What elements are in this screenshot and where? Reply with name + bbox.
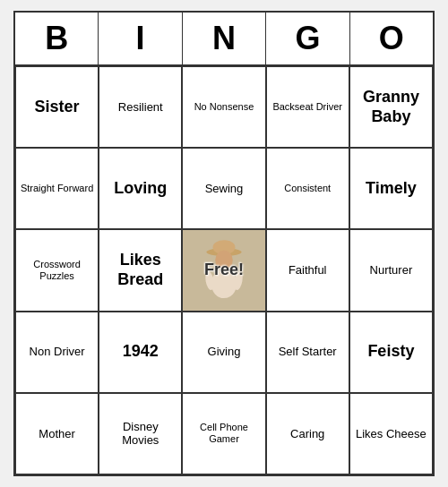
bingo-cell-2: No Nonsense [182,66,265,148]
bingo-letter-g: G [266,13,349,66]
cell-text-24: Likes Cheese [356,427,426,441]
bingo-cell-10: Crossword Puzzles [15,229,99,311]
bingo-cell-7: Sewing [182,148,265,229]
bingo-cell-3: Backseat Driver [266,66,349,148]
bingo-header: BINGO [15,13,433,66]
cell-text-18: Self Starter [279,345,337,359]
bingo-cell-5: Straight Forward [15,148,99,229]
bingo-cell-0: Sister [15,66,99,148]
bingo-cell-9: Timely [349,148,433,229]
cell-text-8: Consistent [284,183,331,194]
cell-text-15: Non Driver [30,345,85,359]
bingo-letter-i: I [99,13,182,66]
cell-text-6: Loving [114,179,167,199]
bingo-cell-8: Consistent [266,148,349,229]
bingo-cell-19: Feisty [349,312,433,393]
bingo-cell-20: Mother [15,393,99,474]
cell-text-11: Likes Bread [103,251,177,289]
bingo-cell-15: Non Driver [15,312,99,393]
bingo-cell-16: 1942 [99,312,182,393]
bingo-cell-6: Loving [99,148,182,229]
bingo-cell-24: Likes Cheese [349,393,433,474]
bingo-card: BINGO SisterResilientNo NonsenseBackseat… [13,11,435,476]
bingo-cell-14: Nurturer [349,229,433,311]
bingo-cell-1: Resilient [99,66,182,148]
cell-text-16: 1942 [123,342,159,362]
cell-text-3: Backseat Driver [272,101,342,113]
cell-text-5: Straight Forward [21,183,93,194]
cell-text-17: Giving [208,345,241,359]
cell-text-0: Sister [35,98,80,117]
cell-text-13: Faithful [289,263,327,278]
bingo-cell-4: Granny Baby [349,66,433,148]
bingo-cell-17: Giving [182,312,265,393]
cell-text-4: Granny Baby [354,88,428,126]
cell-text-1: Resilient [118,100,163,115]
bingo-cell-22: Cell Phone Gamer [182,393,265,474]
bingo-cell-11: Likes Bread [99,229,182,311]
bingo-cell-21: Disney Movies [99,393,182,474]
cell-text-9: Timely [366,179,417,199]
cell-text-14: Nurturer [370,263,413,278]
cell-text-2: No Nonsense [194,101,254,113]
bingo-letter-b: B [15,13,99,66]
cell-text-19: Feisty [367,342,414,362]
bingo-cell-12: Free! [182,229,265,311]
cell-text-22: Cell Phone Gamer [186,422,261,445]
cell-text-23: Caring [290,427,324,441]
bingo-letter-n: N [183,13,266,66]
bingo-letter-o: O [350,13,433,66]
cell-text-20: Mother [39,427,74,441]
cell-text-7: Sewing [205,182,244,196]
bingo-cell-13: Faithful [266,229,349,311]
bingo-grid: SisterResilientNo NonsenseBackseat Drive… [15,66,433,474]
bingo-cell-23: Caring [266,393,349,474]
cell-text-21: Disney Movies [103,420,177,448]
bingo-cell-18: Self Starter [266,312,349,393]
cell-text-10: Crossword Puzzles [20,259,94,282]
